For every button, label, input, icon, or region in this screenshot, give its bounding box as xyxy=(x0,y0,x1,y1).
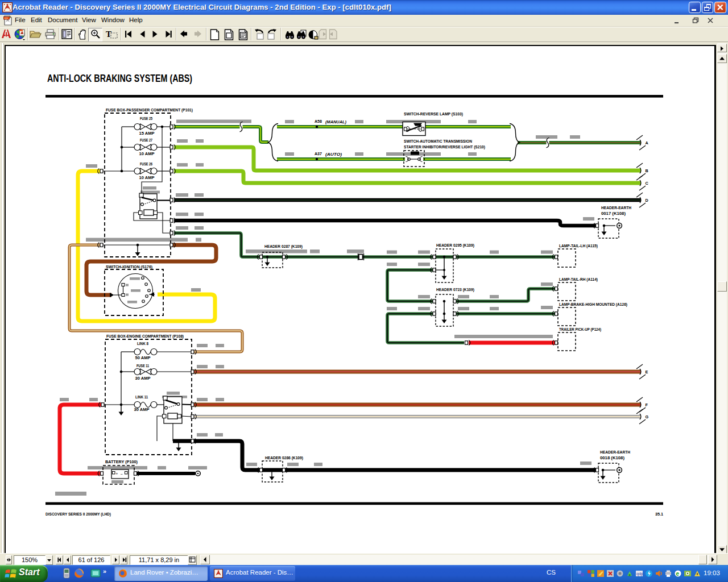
svg-text:+: + xyxy=(116,472,118,476)
svg-text:B: B xyxy=(646,168,648,173)
svg-text:FUSE 11: FUSE 11 xyxy=(136,364,149,368)
svg-text:LINK 11: LINK 11 xyxy=(135,395,148,399)
svg-text:50 AMP: 50 AMP xyxy=(135,355,151,360)
svg-text:FUSE 26: FUSE 26 xyxy=(140,162,152,166)
svg-text:HEADER-EARTH: HEADER-EARTH xyxy=(600,450,630,455)
svg-text:HEADER-EARTH: HEADER-EARTH xyxy=(601,205,631,210)
svg-text:TRAILER PICK-UP (P124): TRAILER PICK-UP (P124) xyxy=(559,327,601,332)
svg-text:SWITCH-REVERSE LAMP (S103): SWITCH-REVERSE LAMP (S103) xyxy=(404,111,463,117)
svg-text:HEADER 0287 (K109): HEADER 0287 (K109) xyxy=(264,244,303,249)
svg-text:BATTERY (P100): BATTERY (P100) xyxy=(105,459,138,464)
svg-text:E: E xyxy=(646,369,648,375)
svg-text:FUSE 25: FUSE 25 xyxy=(140,117,152,120)
svg-text:A58: A58 xyxy=(315,119,322,123)
svg-text:FUSE BOX-ENGINE COMPARTMENT (P: FUSE BOX-ENGINE COMPARTMENT (P108) xyxy=(106,334,184,339)
svg-text:C: C xyxy=(646,181,649,186)
svg-text:A37: A37 xyxy=(315,152,322,156)
svg-text:30 AMP: 30 AMP xyxy=(135,376,151,381)
svg-text:G: G xyxy=(646,414,649,419)
svg-text:30 AMP: 30 AMP xyxy=(134,407,150,412)
svg-text:15 AMP: 15 AMP xyxy=(139,131,155,136)
svg-text:FUSE BOX-PASSENGER COMPARTMENT: FUSE BOX-PASSENGER COMPARTMENT (P101) xyxy=(106,107,193,113)
svg-text:F: F xyxy=(646,402,648,408)
svg-text:(MANUAL): (MANUAL) xyxy=(325,119,346,124)
svg-text:SWITCH-IGNITION (S176): SWITCH-IGNITION (S176) xyxy=(106,264,152,269)
svg-text:e: e xyxy=(676,571,680,577)
svg-text:10 AMP: 10 AMP xyxy=(139,151,155,156)
svg-text:–: – xyxy=(121,472,123,476)
svg-text:35.1: 35.1 xyxy=(655,512,663,517)
svg-text:(AUTO): (AUTO) xyxy=(325,152,342,157)
svg-text:LINK 8: LINK 8 xyxy=(137,342,148,346)
svg-text:0018 (K108): 0018 (K108) xyxy=(600,455,625,460)
svg-text:HEADER 0286 (K109): HEADER 0286 (K109) xyxy=(265,455,303,460)
svg-text:qdp: qdp xyxy=(636,572,643,576)
svg-text:DISCOVERY SERIES II 2000MY (LH: DISCOVERY SERIES II 2000MY (LHD) xyxy=(46,512,111,517)
svg-text:ANTI-LOCK BRAKING SYSTEM (ABS): ANTI-LOCK BRAKING SYSTEM (ABS) xyxy=(47,72,192,84)
svg-text:LAMP-TAIL-LH (A115): LAMP-TAIL-LH (A115) xyxy=(559,243,598,248)
svg-text:A: A xyxy=(646,140,649,146)
svg-text:D: D xyxy=(646,198,648,203)
svg-text:0017 (K108): 0017 (K108) xyxy=(601,211,626,216)
svg-text:HEADER 0295 (K109): HEADER 0295 (K109) xyxy=(436,243,474,248)
svg-text:FUSE 27: FUSE 27 xyxy=(140,138,152,142)
svg-text:LAMP-TAIL-RH (A114): LAMP-TAIL-RH (A114) xyxy=(559,277,598,282)
svg-text:10 AMP: 10 AMP xyxy=(139,175,155,180)
svg-text:SWITCH-AUTOMATIC TRANSMISSION: SWITCH-AUTOMATIC TRANSMISSION xyxy=(404,139,472,144)
svg-text:LAMP-BRAKE-HIGH MOUNTED (A126): LAMP-BRAKE-HIGH MOUNTED (A126) xyxy=(559,302,627,307)
svg-text:HEADER 0723 (K109): HEADER 0723 (K109) xyxy=(436,287,474,292)
svg-text:STARTER INHIBITOR/REVERSE LIGH: STARTER INHIBITOR/REVERSE LIGHT (S210) xyxy=(404,144,485,149)
svg-text:»: » xyxy=(103,568,106,575)
